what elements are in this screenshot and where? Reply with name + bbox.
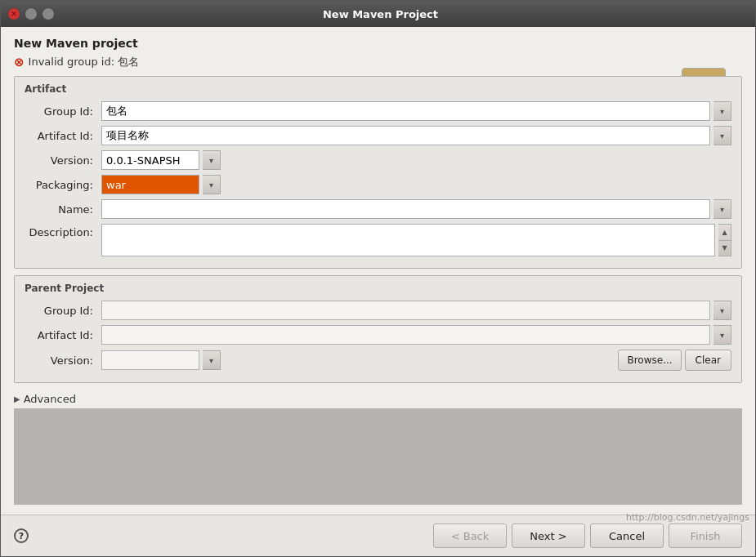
parent-group-id-input[interactable]: [101, 301, 710, 320]
version-row: Version: ▾: [25, 150, 731, 170]
packaging-input[interactable]: [101, 175, 199, 194]
dialog-content: M New Maven project ⊗ Invalid group id: …: [1, 27, 755, 515]
error-icon: ⊗: [14, 55, 25, 69]
group-id-row: Group Id: ▾: [25, 101, 731, 121]
name-label: Name:: [25, 203, 98, 216]
header-area: M New Maven project ⊗ Invalid group id: …: [14, 37, 742, 69]
parent-artifact-id-dropdown[interactable]: ▾: [714, 325, 731, 345]
parent-artifact-id-row: Artifact Id: ▾: [25, 325, 731, 345]
window-title: New Maven Project: [61, 8, 700, 20]
parent-artifact-id-input[interactable]: [101, 325, 710, 345]
spinner-down[interactable]: ▼: [718, 241, 731, 256]
parent-version-label: Version:: [25, 354, 98, 367]
titlebar-buttons: ✕: [7, 7, 55, 20]
description-spinner: ▲ ▼: [718, 224, 731, 256]
description-input[interactable]: [101, 224, 715, 256]
help-button[interactable]: ?: [14, 528, 29, 543]
version-input[interactable]: [101, 150, 199, 170]
name-dropdown[interactable]: ▾: [714, 199, 731, 219]
packaging-dropdown[interactable]: ▾: [203, 175, 221, 194]
advanced-arrow-icon: ▶: [14, 394, 20, 403]
artifact-id-row: Artifact Id: ▾: [25, 126, 731, 145]
artifact-section: Artifact Group Id: ▾ Artifact Id: ▾ Vers…: [14, 76, 742, 269]
group-id-dropdown[interactable]: ▾: [714, 101, 731, 121]
artifact-id-dropdown[interactable]: ▾: [714, 126, 731, 145]
clear-button[interactable]: Clear: [685, 350, 731, 371]
help-button-wrapper: ?: [14, 528, 29, 543]
error-text: Invalid group id: 包名: [29, 55, 140, 69]
parent-version-row: Version: ▾ Browse... Clear: [25, 350, 731, 371]
error-message: ⊗ Invalid group id: 包名: [14, 55, 742, 69]
minimize-button[interactable]: [25, 7, 38, 20]
back-button[interactable]: < Back: [433, 524, 507, 548]
name-input[interactable]: [101, 199, 710, 219]
packaging-label: Packaging:: [25, 179, 98, 191]
parent-group-id-row: Group Id: ▾: [25, 301, 731, 320]
parent-group-id-label: Group Id:: [25, 305, 98, 317]
advanced-label: Advanced: [24, 393, 76, 405]
group-id-label: Group Id:: [25, 105, 98, 118]
cancel-button[interactable]: Cancel: [590, 524, 664, 548]
description-label: Description:: [25, 226, 98, 238]
parent-legend: Parent Project: [25, 283, 731, 294]
browse-button[interactable]: Browse...: [618, 350, 681, 371]
name-row: Name: ▾: [25, 199, 731, 219]
artifact-legend: Artifact: [25, 83, 731, 95]
advanced-row[interactable]: ▶ Advanced: [14, 390, 742, 408]
finish-button[interactable]: Finish: [669, 524, 742, 548]
version-label: Version:: [25, 154, 98, 167]
parent-version-input[interactable]: [101, 350, 199, 370]
watermark: http://blog.csdn.net/yajings: [626, 512, 749, 523]
parent-section: Parent Project Group Id: ▾ Artifact Id: …: [14, 275, 742, 383]
parent-group-id-dropdown[interactable]: ▾: [714, 301, 731, 320]
packaging-row: Packaging: ▾: [25, 175, 731, 194]
version-dropdown[interactable]: ▾: [203, 150, 221, 170]
parent-version-dropdown[interactable]: ▾: [203, 350, 221, 370]
spinner-up[interactable]: ▲: [718, 225, 731, 241]
artifact-id-input[interactable]: [101, 126, 710, 145]
description-row: Description: ▲ ▼: [25, 224, 731, 256]
content-spacer: [14, 408, 742, 505]
artifact-id-label: Artifact Id:: [25, 130, 98, 142]
titlebar: ✕ New Maven Project: [1, 1, 755, 27]
maximize-button[interactable]: [42, 7, 55, 20]
page-title: New Maven project: [14, 37, 742, 50]
close-button[interactable]: ✕: [7, 7, 20, 20]
group-id-input[interactable]: [101, 101, 710, 121]
parent-artifact-id-label: Artifact Id:: [25, 329, 98, 341]
next-button[interactable]: Next >: [512, 524, 585, 548]
